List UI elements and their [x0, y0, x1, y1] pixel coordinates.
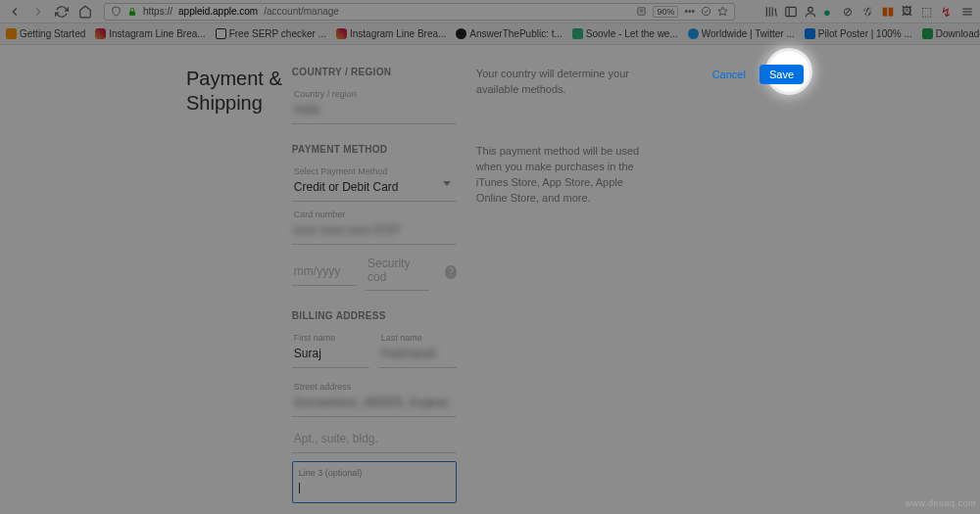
bookmark-label: Free SERP checker ... — [229, 28, 326, 39]
back-button[interactable] — [6, 3, 24, 21]
svg-marker-5 — [718, 7, 727, 16]
last-name-field[interactable]: Last name Padmasali — [379, 327, 457, 368]
ext-icon-2[interactable]: ⊘ — [843, 5, 857, 19]
reload-button[interactable] — [53, 3, 71, 21]
placeholder: Apt., suite, bldg. — [294, 432, 378, 445]
svg-point-4 — [702, 7, 710, 15]
url-path: /account/manage — [264, 6, 339, 17]
country-field[interactable]: Country / region India — [292, 83, 457, 124]
field-value: Somewhere, 360005, Gujarat — [294, 396, 448, 409]
action-buttons: Cancel Save — [705, 65, 804, 84]
sidebar-icon[interactable] — [784, 5, 798, 19]
field-label: Card number — [294, 210, 455, 219]
bookmark-item[interactable]: Instagram Line Brea... — [95, 28, 205, 39]
apt-field[interactable]: Apt., suite, bldg. — [292, 423, 457, 453]
ext-icon-4[interactable]: ▮▮ — [882, 5, 896, 19]
save-button[interactable]: Save — [760, 65, 804, 84]
field-label: First name — [294, 333, 368, 343]
zoom-indicator[interactable]: 90% — [653, 6, 678, 18]
ext-icon-3[interactable]: 𝒢 — [862, 5, 876, 19]
expiry-field[interactable]: mm/yyyy — [292, 256, 356, 286]
shield-icon — [111, 6, 122, 17]
toolbar-extensions: ● ⊘ 𝒢 ▮▮ 🖼 ⬚ ↯ — [745, 5, 974, 19]
reader-icon[interactable] — [636, 6, 647, 17]
field-label: Country / region — [294, 89, 455, 99]
title-line-2: Shipping — [186, 92, 263, 114]
svg-rect-0 — [129, 11, 135, 15]
billing-address-section: BILLING ADDRESS First name Suraj Last na… — [292, 310, 645, 514]
cancel-button[interactable]: Cancel — [705, 65, 754, 84]
bookmark-item[interactable]: Pilot Poster | 100% ... — [805, 28, 912, 39]
field-value: Credit or Debit Card — [294, 180, 399, 194]
home-button[interactable] — [76, 3, 94, 21]
field-label: Street address — [294, 382, 455, 392]
forward-button[interactable] — [29, 3, 47, 21]
cvv-field[interactable]: Security cod — [366, 251, 429, 291]
download-icon[interactable] — [745, 5, 759, 19]
account-icon[interactable] — [804, 5, 817, 19]
url-prefix: https:// — [143, 6, 172, 17]
lock-icon — [127, 7, 137, 17]
title-line-1: Payment & — [186, 68, 282, 89]
placeholder: Security cod — [368, 257, 427, 284]
star-icon[interactable] — [717, 6, 728, 17]
first-name-field[interactable]: First name Suraj — [292, 327, 369, 368]
bookmark-label: Instagram Line Brea... — [350, 28, 446, 39]
bookmark-item[interactable]: AnswerThePublic: t... — [456, 28, 562, 39]
bookmark-item[interactable]: Free SERP checker ... — [216, 28, 326, 39]
favicon-icon — [95, 28, 106, 39]
ext-icon-7[interactable]: ↯ — [941, 5, 955, 19]
placeholder: Line 3 (optional) — [299, 468, 450, 478]
favicon-icon — [572, 28, 583, 39]
payment-method-section: PAYMENT METHOD Select Payment Method Cre… — [292, 144, 645, 293]
protection-icon[interactable] — [701, 6, 711, 17]
help-text: Your country will determine your availab… — [476, 67, 645, 126]
watermark: www.deuaq.com — [905, 498, 976, 508]
card-number-field[interactable]: Card number xxxx xxxx xxxx 0707 — [292, 204, 457, 245]
bookmark-label: Downloader.la | Too... — [936, 28, 980, 39]
bookmark-item[interactable]: Instagram Line Brea... — [336, 28, 446, 39]
menu-icon[interactable] — [960, 5, 974, 19]
bookmark-label: Pilot Poster | 100% ... — [818, 28, 912, 39]
library-icon[interactable] — [764, 5, 778, 19]
field-value: India — [294, 103, 319, 117]
field-label: Select Payment Method — [294, 166, 455, 176]
placeholder: mm/yyyy — [294, 264, 340, 278]
help-text: This payment method will be used when yo… — [476, 144, 645, 293]
field-value: xxxx xxxx xxxx 0707 — [294, 223, 401, 237]
url-domain: appleid.apple.com — [178, 6, 258, 17]
line3-field[interactable]: Line 3 (optional) — [292, 461, 457, 503]
country-region-section: COUNTRY / REGION Country / region India … — [292, 67, 645, 126]
ext-icon-6[interactable]: ⬚ — [921, 5, 935, 19]
bookmark-item[interactable]: Getting Started — [6, 28, 85, 39]
favicon-icon — [922, 28, 933, 39]
bookmarks-bar: Getting Started Instagram Line Brea... F… — [0, 23, 980, 45]
bookmark-label: Soovle - Let the we... — [586, 28, 678, 39]
favicon-icon — [336, 28, 347, 39]
browser-toolbar: https://appleid.apple.com/account/manage… — [0, 0, 980, 23]
help-icon[interactable]: ? — [445, 265, 456, 279]
bookmark-label: Getting Started — [20, 28, 85, 39]
bookmark-label: AnswerThePublic: t... — [469, 28, 562, 39]
field-value: Suraj — [294, 347, 321, 360]
bookmark-label: Worldwide | Twitter ... — [702, 28, 795, 39]
bookmark-item[interactable]: Soovle - Let the we... — [572, 28, 678, 39]
favicon-icon — [805, 28, 815, 39]
page-title: Payment &Shipping — [186, 67, 282, 514]
favicon-icon — [6, 28, 17, 39]
street-address-field[interactable]: Street address Somewhere, 360005, Gujara… — [292, 376, 457, 417]
favicon-icon — [688, 28, 699, 39]
field-label: Last name — [381, 333, 455, 343]
text-cursor — [299, 483, 300, 493]
ext-icon-1[interactable]: ● — [823, 5, 837, 19]
payment-method-select[interactable]: Select Payment Method Credit or Debit Ca… — [292, 161, 457, 202]
section-label: COUNTRY / REGION — [292, 67, 457, 77]
field-value: Padmasali — [381, 347, 436, 360]
more-icon[interactable]: ••• — [684, 6, 695, 17]
address-bar[interactable]: https://appleid.apple.com/account/manage… — [104, 3, 735, 21]
page-content: Cancel Save Payment &Shipping COUNTRY / … — [0, 45, 980, 514]
bookmark-item[interactable]: Worldwide | Twitter ... — [688, 28, 795, 39]
section-label: BILLING ADDRESS — [292, 310, 645, 321]
bookmark-item[interactable]: Downloader.la | Too... — [922, 28, 980, 39]
ext-icon-5[interactable]: 🖼 — [902, 5, 915, 19]
